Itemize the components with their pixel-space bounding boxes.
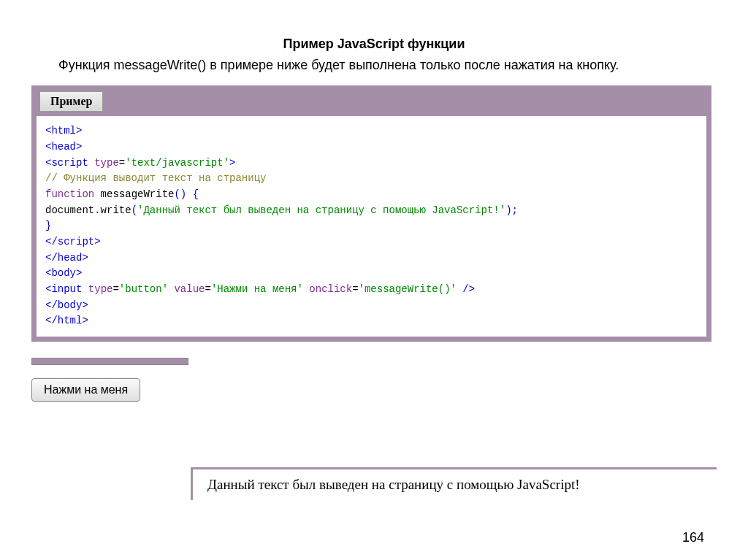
output-box: Данный текст был выведен на страницу с п…	[191, 467, 717, 500]
code-line: <html>	[45, 123, 698, 139]
code-line: function messageWrite() {	[45, 187, 698, 203]
page-title: Пример JavaScript функции	[37, 37, 711, 52]
code-line: // Функция выводит текст на страницу	[45, 171, 698, 187]
code-line: <script type='text/javascript'>	[45, 156, 698, 172]
output-text: Данный текст был выведен на страницу с п…	[207, 477, 702, 493]
code-line: </script>	[45, 234, 698, 250]
divider-bar	[31, 358, 188, 365]
code-line: </body>	[45, 298, 698, 314]
button-demo-area: Нажми на меня	[31, 378, 748, 402]
code-area: <html> <head> <script type='text/javascr…	[37, 116, 706, 337]
header-section: Пример JavaScript функции Функция messag…	[0, 0, 748, 85]
code-line: <head>	[45, 139, 698, 156]
code-line: <body>	[45, 266, 698, 282]
code-line: </html>	[45, 313, 698, 329]
code-line: </head>	[45, 250, 698, 266]
code-line: document.write('Данный текст был выведен…	[45, 203, 698, 219]
code-line: }	[45, 218, 698, 234]
demo-button[interactable]: Нажми на меня	[31, 378, 140, 402]
code-line: <input type='button' value='Нажми на мен…	[45, 282, 698, 298]
description-text: Функция messageWrite() в примере ниже бу…	[37, 56, 711, 74]
page-number: 164	[682, 530, 704, 545]
example-tab: Пример	[39, 91, 103, 112]
example-box: Пример <html> <head> <script type='text/…	[31, 85, 711, 342]
